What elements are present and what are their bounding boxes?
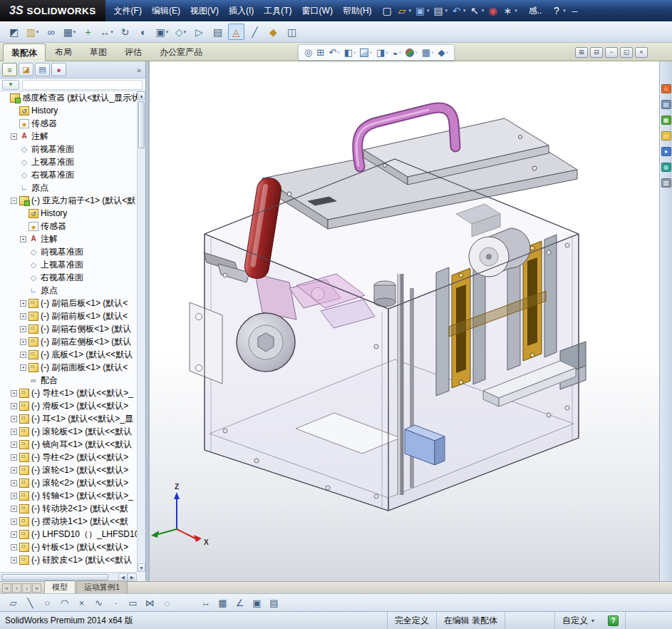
view-menu[interactable]: 视图(V) xyxy=(185,3,224,19)
tab-evaluate[interactable]: 评估 xyxy=(116,43,150,61)
solidworks-resources-icon[interactable]: ⌂ xyxy=(661,84,671,93)
expander-icon[interactable]: + xyxy=(20,236,26,242)
expander-icon[interactable]: + xyxy=(20,300,26,307)
featuremanager-tab-icon[interactable]: ≡ xyxy=(2,63,17,76)
move-component-icon[interactable]: ↔▾ xyxy=(98,24,115,40)
tree-item[interactable]: 上视基准面 xyxy=(0,258,137,271)
tab-scroll-icon[interactable]: › xyxy=(22,583,31,593)
previous-view-icon[interactable]: ↶▾ xyxy=(326,47,341,58)
tree-item[interactable]: +(-) 滑板<1> (默认<<默认> xyxy=(0,399,137,412)
tree-item[interactable]: +(-) 滚轮<1> (默认<<默认> xyxy=(0,464,137,476)
tree-item[interactable]: +(-) LHFSD10（）_LHFSD10< xyxy=(0,528,137,541)
explode-line-sketch-icon[interactable]: ╱ xyxy=(247,24,263,40)
tab-model[interactable]: 模型 xyxy=(44,581,76,593)
show-hidden-components-icon[interactable]: ◐ xyxy=(135,24,152,40)
tree-item[interactable]: +(-) 底板<1> (默认<<默认 xyxy=(0,348,137,361)
tree-item[interactable]: +注解 xyxy=(0,232,137,245)
expander-icon[interactable]: − xyxy=(11,198,17,204)
new-motion-study-icon[interactable]: ▷ xyxy=(191,24,207,40)
tree-item[interactable]: 感度检查器 (默认<默认_显示状 xyxy=(0,91,137,104)
undo-icon[interactable]: ↶▾ xyxy=(449,4,467,18)
reference-geometry-icon[interactable]: ◇▾ xyxy=(172,24,189,40)
graphics-viewport[interactable]: Z Y X xyxy=(150,61,659,581)
insert-menu[interactable]: 插入(I) xyxy=(224,3,259,19)
tree-item[interactable]: +(-) 摆动块1<1> (默认<<默 xyxy=(0,515,137,528)
tree-item[interactable]: +(-) 镜向耳<1> (默认<<默认 xyxy=(0,438,137,451)
expander-icon[interactable]: + xyxy=(20,339,26,345)
tree-item[interactable]: +注解 xyxy=(0,130,137,143)
scroll-right-icon[interactable]: ▶ xyxy=(128,573,137,581)
spline-icon[interactable]: ∿ xyxy=(91,595,106,610)
tree-item[interactable]: +(-) 副箱左侧板<1> (默认 xyxy=(0,335,137,348)
trim-entities-icon[interactable]: × xyxy=(74,595,89,610)
zoom-fit-icon[interactable]: ◎ xyxy=(302,47,314,58)
appearances-icon[interactable]: ● xyxy=(661,147,671,156)
tree-item[interactable]: 传感器 xyxy=(0,220,137,232)
edit-menu[interactable]: 编辑(E) xyxy=(147,3,185,19)
linear-component-pattern-icon[interactable]: ▦▾ xyxy=(61,24,78,40)
plane-icon[interactable]: ▣ xyxy=(249,595,264,610)
help-icon[interactable]: ?▾ xyxy=(549,4,567,18)
rotate-component-icon[interactable]: ↻ xyxy=(117,24,133,40)
tree-item[interactable]: 传感器 xyxy=(0,117,137,130)
design-library-icon[interactable]: ▤ xyxy=(661,100,671,109)
configurationmanager-tab-icon[interactable]: ▤ xyxy=(35,63,50,76)
expander-icon[interactable]: + xyxy=(11,429,17,435)
bill-of-materials-icon[interactable]: ▤ xyxy=(210,24,226,40)
mirror-entities-icon[interactable]: ⋈ xyxy=(143,595,157,610)
file-menu[interactable]: 文件(F) xyxy=(109,3,147,19)
edit-component-icon[interactable]: ◩ xyxy=(6,24,22,40)
expander-icon[interactable]: + xyxy=(11,480,17,486)
quick-tip-icon[interactable]: ? xyxy=(608,615,619,626)
tree-item[interactable]: +(-) 副箱右侧板<1> (默认 xyxy=(0,322,137,335)
view-palette-icon[interactable]: ▱ xyxy=(661,131,671,140)
expander-icon[interactable]: + xyxy=(11,441,17,448)
angle-icon[interactable]: ∠ xyxy=(232,595,247,610)
save-icon[interactable]: ▣▾ xyxy=(413,4,431,18)
scroll-left-icon[interactable]: ◀ xyxy=(118,573,128,581)
expander-icon[interactable]: + xyxy=(11,467,17,474)
rectangle-icon[interactable]: ▭ xyxy=(125,595,140,610)
scroll-down-icon[interactable]: ▼ xyxy=(138,563,145,572)
expander-icon[interactable]: + xyxy=(20,364,26,371)
hide-show-items-icon[interactable]: ◒▾ xyxy=(391,47,403,58)
view-settings-icon[interactable]: ◆▾ xyxy=(436,47,451,58)
expander-icon[interactable]: + xyxy=(11,390,17,397)
tree-item[interactable]: +(-) 滚轮板<1> (默认<<默认 xyxy=(0,425,137,438)
tree-item[interactable]: +(-) 滚轮<2> (默认<<默认> xyxy=(0,476,137,489)
collapse-menu-icon[interactable]: – xyxy=(567,4,582,18)
edit-appearance-icon[interactable]: ▾ xyxy=(403,48,420,57)
tab-layout[interactable]: 布局 xyxy=(46,43,81,61)
custom-status-dropdown[interactable]: 自定义 ▾ xyxy=(554,612,601,629)
tree-item[interactable]: +(-) 副箱前板<1> (默认< xyxy=(0,310,137,322)
tree-item[interactable]: +(-) 副箱面板<1> (默认< xyxy=(0,361,137,374)
tree-item[interactable]: 原点 xyxy=(0,284,137,297)
expander-icon[interactable]: + xyxy=(11,133,17,140)
line-icon[interactable]: ╲ xyxy=(23,595,38,610)
tree-item[interactable]: 右视基准面 xyxy=(0,168,137,181)
zoom-area-icon[interactable]: ⊞ xyxy=(314,47,326,58)
select-icon[interactable]: ↖▾ xyxy=(467,4,486,18)
tree-item[interactable]: 右视基准面 xyxy=(0,271,137,284)
tab-scroll-icon[interactable]: « xyxy=(2,583,11,593)
arc-icon[interactable]: ◠ xyxy=(57,595,72,610)
linear-sketch-pattern-icon[interactable]: ▦ xyxy=(215,595,230,610)
tree-item[interactable]: +(-) 转轴<1> (默认<<默认>_ xyxy=(0,489,137,502)
tools-menu[interactable]: 工具(T) xyxy=(259,3,296,19)
grid-icon[interactable]: ▤ xyxy=(267,595,281,610)
file-explorer-icon[interactable]: ▦ xyxy=(661,116,671,125)
assembly-visualization-icon[interactable]: ◫ xyxy=(284,24,300,40)
tab-motion-study-1[interactable]: 运动算例1 xyxy=(76,581,128,593)
tab-scroll-icon[interactable]: ‹ xyxy=(12,583,21,593)
expander-icon[interactable]: + xyxy=(20,326,26,332)
minimize-window-icon[interactable]: − xyxy=(605,47,618,58)
scenes-icon[interactable]: ◍ xyxy=(661,163,671,172)
restore-window-icon[interactable]: ◱ xyxy=(620,47,633,58)
tab-office-products[interactable]: 办公室产品 xyxy=(151,43,211,61)
view-orientation-icon[interactable]: ▾ xyxy=(358,48,374,57)
custom-properties-icon[interactable]: ▧ xyxy=(661,178,671,188)
window-menu[interactable]: 窗口(W) xyxy=(297,3,338,19)
sketch-icon[interactable]: ▱ xyxy=(6,595,21,610)
expander-icon[interactable]: + xyxy=(11,544,17,551)
expander-icon[interactable]: + xyxy=(20,352,26,358)
